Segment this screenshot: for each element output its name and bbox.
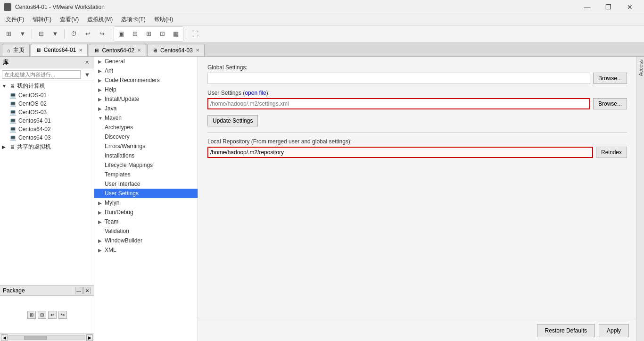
prefs-item-errors-warnings[interactable]: Errors/Warnings — [94, 141, 198, 151]
prefs-item-install-update[interactable]: ▶ Install/Update — [94, 94, 198, 104]
prefs-panel: ▶ General ▶ Ant ▶ Code Recommenders ▶ — [94, 57, 636, 341]
toolbar-fullscreen[interactable]: ⛶ — [189, 27, 202, 41]
global-settings-browse-btn[interactable]: Browse... — [593, 73, 627, 84]
restore-button[interactable]: ❐ — [598, 0, 619, 14]
tree-item-centos64-02[interactable]: 💻 Centos64-02 — [0, 125, 94, 133]
minimize-button[interactable]: — — [577, 0, 598, 14]
package-btn-1[interactable]: ⊞ — [27, 311, 36, 319]
package-content: ⊞ ⊟ ↩ ↪ — [0, 296, 94, 333]
apply-btn[interactable]: Apply — [599, 324, 629, 337]
prefs-item-maven[interactable]: ▼ Maven — [94, 113, 198, 123]
left-sidebar: 库 ✕ ▼ ▼ 🖥 我的计算机 💻 Ce — [0, 57, 94, 341]
prefs-item-user-interface[interactable]: User Interface — [94, 179, 198, 189]
prefs-item-user-settings[interactable]: User Settings — [94, 189, 198, 198]
prefs-item-xml[interactable]: ▶ XML — [94, 245, 198, 255]
arrow-xml: ▶ — [98, 248, 103, 253]
reindex-btn[interactable]: Reindex — [596, 147, 627, 158]
menu-file[interactable]: 文件(F) — [2, 15, 28, 25]
close-button[interactable]: ✕ — [619, 0, 640, 14]
package-btn-3[interactable]: ↩ — [48, 311, 57, 319]
user-settings-label: User Settings (open file): — [207, 90, 627, 96]
menu-vm[interactable]: 虚拟机(M) — [83, 15, 116, 25]
restore-defaults-btn[interactable]: Restore Defaults — [537, 324, 595, 337]
tab-home[interactable]: ⌂ 主页 — [2, 44, 30, 56]
tab-close-2[interactable]: ✕ — [137, 48, 141, 53]
prefs-item-validation[interactable]: Validation — [94, 226, 198, 236]
package-panel: Package — ✕ ⊞ ⊟ ↩ ↪ — [0, 285, 94, 341]
tab-bar: ⌂ 主页 🖥 Centos64-01 ✕ 🖥 Centos64-02 ✕ 🖥 C… — [0, 42, 644, 57]
vm-icon: 💻 — [9, 126, 17, 133]
tab-close-3[interactable]: ✕ — [196, 48, 199, 53]
tree-item-shared-vms[interactable]: ▶ 🖥 共享的虚拟机 — [0, 142, 94, 152]
prefs-item-discovery[interactable]: Discovery — [94, 132, 198, 141]
hscroll-thumb[interactable] — [24, 336, 47, 340]
global-settings-input[interactable] — [207, 73, 590, 84]
toolbar-btn-3[interactable]: ⊟ — [34, 27, 48, 41]
prefs-item-mylyn[interactable]: ▶ Mylyn — [94, 198, 198, 208]
local-repo-row: Local Repository (From merged user and g… — [207, 138, 627, 158]
sidebar-search-input[interactable] — [2, 70, 81, 79]
sidebar-search-btn[interactable]: ▼ — [83, 70, 92, 79]
menu-edit[interactable]: 编辑(E) — [29, 15, 55, 25]
prefs-item-run-debug[interactable]: ▶ Run/Debug — [94, 208, 198, 217]
expand-arrow-shared: ▶ — [2, 144, 8, 150]
package-btn-4[interactable]: ↪ — [58, 311, 67, 319]
user-settings-browse-btn[interactable]: Browse... — [593, 98, 627, 109]
hscroll-right-btn[interactable]: ▶ — [86, 334, 93, 341]
package-collapse-btn[interactable]: — — [75, 287, 83, 294]
package-btn-2[interactable]: ⊟ — [38, 311, 46, 319]
prefs-item-installations[interactable]: Installations — [94, 151, 198, 160]
tab-centos64-02[interactable]: 🖥 Centos64-02 ✕ — [89, 44, 146, 56]
toolbar-view-4[interactable]: ⊡ — [156, 27, 169, 41]
tree-item-centos64-03[interactable]: 💻 Centos64-03 — [0, 133, 94, 142]
prefs-item-archetypes[interactable]: Archetypes — [94, 123, 198, 132]
prefs-item-ant[interactable]: ▶ Ant — [94, 66, 198, 75]
prefs-item-lifecycle[interactable]: Lifecycle Mappings — [94, 160, 198, 170]
toolbar-sep-2 — [64, 29, 65, 39]
tab-centos64-03[interactable]: 🖥 Centos64-03 ✕ — [147, 44, 205, 56]
toolbar-btn-5[interactable]: ⏱ — [67, 27, 80, 41]
vm-icon-3: 🖥 — [152, 48, 157, 53]
tree-item-centos02[interactable]: 💻 CentOS-02 — [0, 100, 94, 108]
tab-close-1[interactable]: ✕ — [79, 48, 83, 53]
toolbar-btn-4[interactable]: ▼ — [49, 27, 62, 41]
package-close-btn[interactable]: ✕ — [83, 287, 91, 294]
tab-centos64-01[interactable]: 🖥 Centos64-01 ✕ — [31, 44, 88, 56]
prefs-item-templates[interactable]: Templates — [94, 170, 198, 179]
toolbar-btn-1[interactable]: ⊞ — [2, 27, 15, 41]
prefs-item-help[interactable]: ▶ Help — [94, 85, 198, 94]
toolbar-view-5[interactable]: ▦ — [169, 27, 182, 41]
arrow-team: ▶ — [98, 219, 103, 225]
sidebar-close-btn[interactable]: ✕ — [83, 58, 91, 67]
eclipse-body: 库 ✕ ▼ ▼ 🖥 我的计算机 💻 Ce — [0, 57, 644, 341]
prefs-item-team[interactable]: ▶ Team — [94, 217, 198, 226]
sidebar-search-row: ▼ — [0, 68, 94, 81]
tree-item-mycomputer[interactable]: ▼ 🖥 我的计算机 — [0, 81, 94, 91]
prefs-item-code-recommenders[interactable]: ▶ Code Recommenders — [94, 75, 198, 85]
window-title: Centos64-01 - VMware Workstation — [15, 4, 105, 10]
menu-tabs[interactable]: 选项卡(T) — [117, 15, 149, 25]
menu-help[interactable]: 帮助(H) — [150, 15, 177, 25]
open-file-link[interactable]: open file — [245, 90, 266, 96]
user-settings-input[interactable] — [207, 98, 590, 109]
update-settings-btn[interactable]: Update Settings — [207, 115, 258, 126]
toolbar-btn-2[interactable]: ▼ — [16, 27, 29, 41]
prefs-item-general[interactable]: ▶ General — [94, 57, 198, 66]
vm-icon-2: 🖥 — [94, 48, 99, 53]
toolbar-sep-1 — [32, 29, 32, 39]
toolbar-btn-7[interactable]: ↪ — [95, 27, 108, 41]
vm-icon: 💻 — [9, 109, 17, 116]
prefs-item-windowbuilder[interactable]: ▶ WindowBuilder — [94, 236, 198, 245]
access-label: Access — [637, 58, 644, 78]
toolbar-btn-6[interactable]: ↩ — [81, 27, 94, 41]
hscroll-left-btn[interactable]: ◀ — [1, 334, 8, 341]
prefs-item-java[interactable]: ▶ Java — [94, 104, 198, 113]
tree-item-centos03[interactable]: 💻 CentOS-03 — [0, 108, 94, 116]
local-repo-input[interactable] — [207, 147, 593, 158]
toolbar-view-1[interactable]: ▣ — [115, 27, 128, 41]
toolbar-view-3[interactable]: ⊞ — [142, 27, 155, 41]
menu-view[interactable]: 查看(V) — [56, 15, 83, 25]
tree-item-centos01[interactable]: 💻 CentOS-01 — [0, 91, 94, 100]
tree-item-centos64-01[interactable]: 💻 Centos64-01 — [0, 116, 94, 125]
toolbar-view-2[interactable]: ⊟ — [128, 27, 141, 41]
